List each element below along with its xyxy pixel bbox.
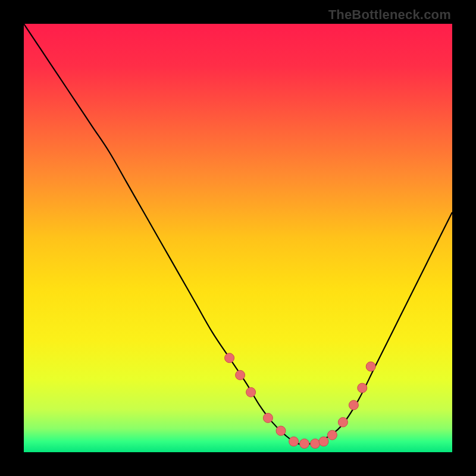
highlight-marker: [319, 437, 328, 446]
highlight-marker: [338, 418, 347, 427]
highlight-marker: [236, 370, 245, 380]
watermark-label: TheBottleneck.com: [328, 7, 451, 23]
highlight-marker: [225, 353, 234, 363]
highlight-marker: [263, 413, 273, 422]
chart-stage: TheBottleneck.com: [0, 0, 476, 476]
highlight-marker: [366, 362, 375, 371]
highlight-marker: [311, 439, 320, 449]
highlight-marker: [358, 383, 367, 393]
highlight-marker: [246, 387, 256, 397]
curve-layer: [24, 24, 452, 452]
bottleneck-curve: [24, 24, 452, 444]
highlight-marker: [289, 437, 299, 446]
highlight-marker: [349, 400, 358, 410]
highlight-markers: [225, 353, 376, 449]
plot-area: [24, 24, 452, 452]
highlight-marker: [327, 430, 337, 440]
highlight-marker: [300, 439, 309, 449]
highlight-marker: [276, 426, 286, 436]
